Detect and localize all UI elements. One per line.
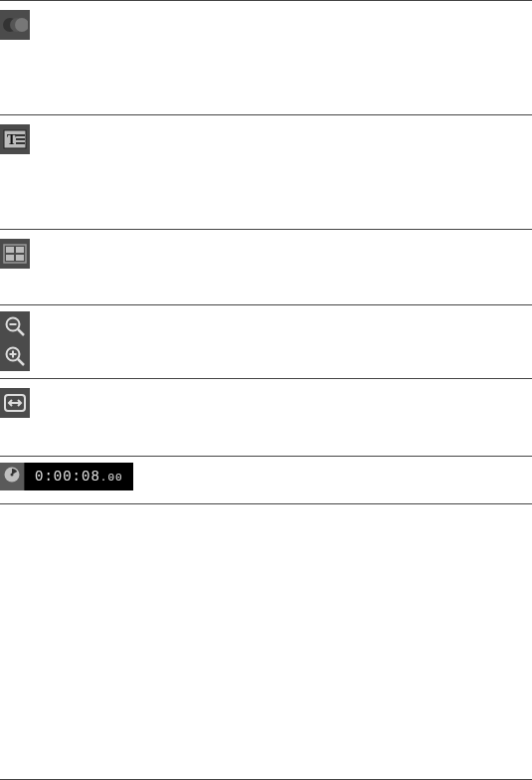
svg-rect-11 — [6, 255, 14, 261]
divider — [0, 456, 532, 457]
timecode-value: 0:00:08.00 — [35, 469, 123, 485]
titles-icon: T — [3, 129, 27, 149]
svg-rect-9 — [6, 247, 14, 253]
divider — [0, 229, 532, 230]
templates-grid-icon — [3, 244, 27, 264]
svg-rect-10 — [16, 247, 24, 253]
timecode-value-wrap: 0:00:08.00 — [24, 463, 133, 490]
page: T — [0, 0, 532, 780]
templates-button[interactable] — [0, 239, 30, 269]
divider — [0, 503, 532, 504]
svg-rect-5 — [16, 134, 25, 136]
timecode-main: 0:00:08 — [35, 469, 100, 485]
timecode-frac: .00 — [100, 472, 123, 484]
divider — [0, 378, 532, 379]
zoom-out-icon — [4, 315, 26, 337]
divider — [0, 0, 532, 1]
clock-icon — [3, 466, 21, 488]
svg-line-17 — [18, 359, 24, 365]
transitions-icon — [2, 15, 28, 35]
svg-rect-12 — [16, 255, 24, 261]
svg-text:T: T — [7, 132, 17, 147]
svg-rect-6 — [16, 138, 25, 140]
zoom-out-button[interactable] — [0, 311, 30, 341]
svg-point-23 — [11, 474, 14, 477]
svg-rect-7 — [16, 142, 25, 144]
titles-button[interactable]: T — [0, 124, 30, 154]
zoom-in-icon — [4, 345, 26, 367]
clock-icon-wrap — [0, 463, 24, 490]
timecode-display[interactable]: 0:00:08.00 — [0, 463, 133, 490]
transitions-button[interactable] — [0, 10, 30, 40]
fit-to-window-icon — [3, 392, 27, 414]
divider — [0, 114, 532, 115]
fit-width-button[interactable] — [0, 388, 30, 418]
zoom-in-button[interactable] — [0, 341, 30, 371]
divider — [0, 304, 532, 305]
svg-line-14 — [18, 329, 24, 335]
